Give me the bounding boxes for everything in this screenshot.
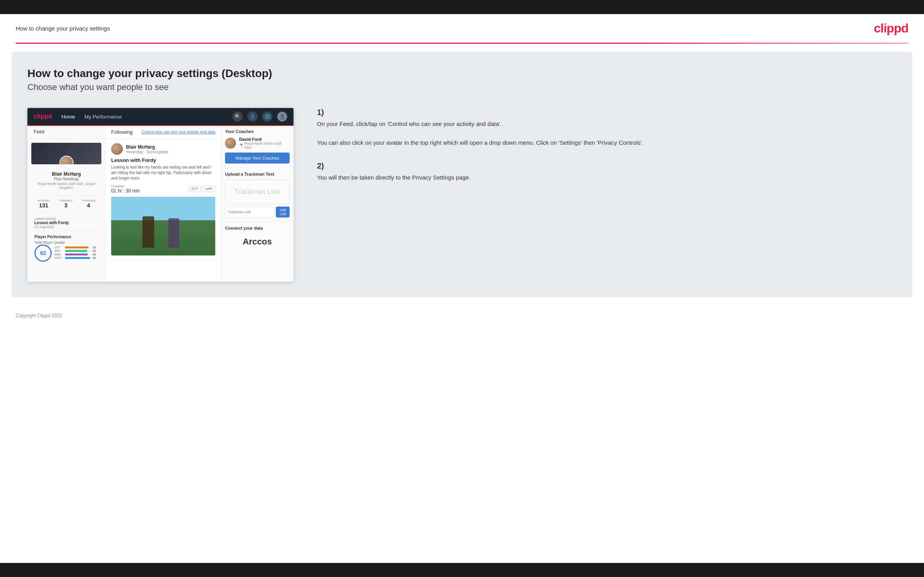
- nav-my-performance[interactable]: My Performance: [85, 114, 122, 120]
- instructions-panel: 1) On your Feed, click/tap on 'Control w…: [309, 108, 897, 196]
- trackman-input[interactable]: [225, 207, 274, 217]
- globe-icon[interactable]: 🌐: [262, 111, 272, 122]
- bar-ott-label: OTT: [55, 246, 63, 249]
- coaches-title: Your Coaches: [225, 129, 290, 134]
- profile-banner: [31, 143, 101, 164]
- stat-followers: Followers 3: [59, 199, 72, 209]
- profile-avatar-inner: [60, 156, 73, 164]
- app-right-panel: Your Coaches David Ford 📍 Royal North De…: [221, 125, 294, 282]
- latest-activity-title: Latest Activity: [34, 217, 98, 221]
- coaches-section: Your Coaches David Ford 📍 Royal North De…: [221, 125, 294, 168]
- instruction-2: 2) You will then be taken directly to th…: [317, 162, 889, 182]
- golfer-silhouette-2: [168, 218, 179, 248]
- pp-title: Player Performance: [34, 235, 98, 239]
- instruction-2-text: You will then be taken directly to the P…: [317, 173, 889, 182]
- bar-putt: PUTT 96: [55, 257, 98, 259]
- trackman-placeholder: Trackman Link: [229, 188, 286, 196]
- page-heading: How to change your privacy settings (Des…: [27, 67, 897, 80]
- profile-avatar: [59, 156, 74, 164]
- add-link-button[interactable]: Add Link: [276, 207, 290, 217]
- bar-app-fill: [65, 250, 87, 252]
- bar-app-value: 85: [93, 250, 98, 252]
- app-sidebar: Feed Blair McHarg Plus Handicap Royal No…: [27, 125, 106, 282]
- duration-row: Duration 01 hr : 30 min OTT APP: [111, 184, 215, 194]
- profile-stats: Activities 131 Followers 3 Following 4: [31, 195, 101, 212]
- app-body: Feed Blair McHarg Plus Handicap Royal No…: [27, 125, 294, 282]
- bar-arg-fill: [65, 253, 88, 255]
- bar-app: APP 85: [55, 250, 98, 252]
- tpq-section: 92 OTT 90 APP: [34, 244, 98, 262]
- bar-app-track: [65, 250, 91, 252]
- duration-info: Duration 01 hr : 30 min: [111, 184, 140, 194]
- trackman-link-box: Trackman Link: [225, 180, 290, 204]
- trackman-title: Upload a Trackman Test: [225, 172, 290, 176]
- profile-handicap: Plus Handicap: [34, 177, 98, 181]
- nav-home[interactable]: Home: [61, 114, 75, 120]
- post-author-name: Blair McHarg: [126, 144, 168, 150]
- tpq-label: Total Player Quality: [34, 241, 98, 244]
- instruction-1: 1) On your Feed, click/tap on 'Control w…: [317, 108, 889, 147]
- stat-following-value: 4: [82, 202, 95, 209]
- score-circle: 92: [34, 244, 52, 262]
- duration-label: Duration: [111, 184, 140, 188]
- latest-activity-date: 03 Aug 2022: [34, 225, 98, 229]
- app-navbar: clippd Home My Performance 🔍 👤 🌐 👤: [27, 108, 294, 125]
- tag-app: APP: [203, 186, 215, 192]
- instruction-2-num: 2): [317, 162, 889, 171]
- coach-club-name: Royal North Devon Golf Club: [244, 142, 290, 149]
- profile-section: Blair McHarg Plus Handicap Royal North D…: [27, 139, 105, 269]
- person-icon[interactable]: 👤: [247, 111, 258, 122]
- stat-following-label: Following: [82, 199, 95, 202]
- feed-tab[interactable]: Feed: [27, 125, 105, 139]
- following-label[interactable]: Following: [111, 129, 133, 135]
- copyright: Copyright Clippd 2022: [16, 313, 62, 318]
- trackman-input-row: Add Link: [225, 207, 290, 217]
- search-icon[interactable]: 🔍: [232, 111, 243, 122]
- post-card: Blair McHarg Yesterday · Sunningdale Les…: [106, 139, 221, 260]
- score-bars: OTT 90 APP 85: [55, 246, 98, 260]
- tag-row: OTT APP: [189, 186, 215, 192]
- bar-arg-value: 86: [93, 253, 98, 256]
- tag-ott: OTT: [189, 186, 201, 192]
- post-body: Looking to feel like my hands are exitin…: [111, 165, 215, 181]
- instruction-1-text: On your Feed, click/tap on 'Control who …: [317, 119, 889, 147]
- post-image: [111, 197, 215, 255]
- post-avatar: [111, 143, 123, 155]
- profile-name: Blair McHarg: [34, 171, 98, 177]
- profile-club: Royal North Devon Golf Club, United King…: [34, 182, 98, 190]
- page-subheading: Choose what you want people to see: [27, 82, 897, 92]
- bar-arg-label: ARG: [55, 253, 63, 256]
- header: How to change your privacy settings clip…: [0, 14, 924, 43]
- bar-ott-track: [65, 246, 91, 248]
- coach-name: David Ford: [239, 137, 290, 142]
- player-performance: Player Performance Total Player Quality …: [31, 231, 101, 265]
- trackman-section: Upload a Trackman Test Trackman Link Add…: [221, 168, 294, 222]
- following-header: Following Control who can see your activ…: [106, 125, 221, 139]
- top-bar: [0, 0, 924, 14]
- coach-avatar: [225, 138, 236, 149]
- manage-coaches-button[interactable]: Manage Your Coaches: [225, 153, 290, 164]
- app-logo: clippd: [34, 113, 52, 120]
- annotation-line: [27, 125, 294, 126]
- profile-name-section: Blair McHarg Plus Handicap Royal North D…: [31, 164, 101, 193]
- bar-ott: OTT 90: [55, 246, 98, 249]
- coach-club: 📍 Royal North Devon Golf Club: [239, 142, 290, 149]
- control-link[interactable]: Control who can see your activity and da…: [142, 130, 215, 134]
- bar-app-label: APP: [55, 250, 63, 252]
- stat-following: Following 4: [82, 199, 95, 209]
- bar-arg: ARG 86: [55, 253, 98, 256]
- bar-arg-track: [65, 253, 91, 255]
- avatar-icon[interactable]: 👤: [277, 111, 287, 122]
- app-nav-icons: 🔍 👤 🌐 👤: [232, 111, 287, 122]
- duration-value: 01 hr : 30 min: [111, 188, 140, 194]
- golfer-silhouette-1: [142, 216, 154, 248]
- post-author-row: Blair McHarg Yesterday · Sunningdale: [111, 143, 215, 155]
- header-divider: [16, 43, 908, 44]
- content-layout: clippd Home My Performance 🔍 👤 🌐 👤 Feed: [27, 108, 897, 282]
- bar-ott-fill: [65, 246, 88, 248]
- app-screenshot: clippd Home My Performance 🔍 👤 🌐 👤 Feed: [27, 108, 294, 282]
- app-feed: Following Control who can see your activ…: [106, 125, 221, 282]
- footer: Copyright Clippd 2022: [0, 305, 924, 326]
- bar-putt-value: 96: [93, 257, 98, 259]
- coach-row: David Ford 📍 Royal North Devon Golf Club: [225, 137, 290, 149]
